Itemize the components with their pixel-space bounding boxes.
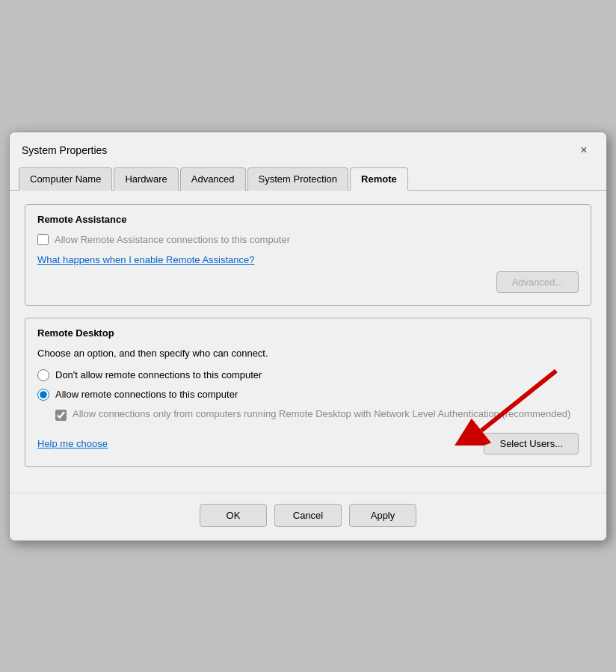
remote-assistance-link[interactable]: What happens when I enable Remote Assist…: [37, 254, 255, 265]
remote-desktop-label: Remote Desktop: [37, 327, 579, 339]
remote-desktop-group: Remote Desktop Choose an option, and the…: [25, 318, 591, 467]
dont-allow-radio[interactable]: [37, 369, 49, 381]
close-button[interactable]: ×: [573, 140, 594, 161]
ok-button[interactable]: OK: [200, 504, 267, 527]
system-properties-dialog: System Properties × Computer Name Hardwa…: [9, 132, 607, 541]
tab-system-protection[interactable]: System Protection: [247, 167, 349, 191]
tab-advanced[interactable]: Advanced: [180, 167, 246, 191]
dialog-footer: OK Cancel Apply: [10, 493, 606, 540]
svg-line-1: [481, 371, 556, 431]
nla-checkbox[interactable]: [55, 410, 67, 421]
cancel-button[interactable]: Cancel: [274, 504, 342, 527]
tabs-bar: Computer Name Hardware Advanced System P…: [10, 161, 606, 191]
remote-assistance-group: Remote Assistance Allow Remote Assistanc…: [25, 204, 591, 306]
help-me-choose-link[interactable]: Help me choose: [37, 438, 108, 449]
allow-remote-assistance-row: Allow Remote Assistance connections to t…: [37, 234, 579, 245]
allow-remote-assistance-text: Allow Remote Assistance connections to t…: [55, 234, 290, 245]
advanced-button[interactable]: Advanced...: [496, 271, 579, 293]
apply-button[interactable]: Apply: [349, 504, 416, 527]
tab-computer-name[interactable]: Computer Name: [19, 167, 112, 191]
dont-allow-label: Don't allow remote connections to this c…: [55, 369, 262, 380]
tab-hardware[interactable]: Hardware: [114, 167, 178, 191]
remote-desktop-desc: Choose an option, and then specify who c…: [37, 348, 579, 359]
dialog-title: System Properties: [22, 144, 107, 156]
allow-remote-assistance-checkbox[interactable]: [37, 234, 49, 245]
remote-assistance-label: Remote Assistance: [37, 214, 579, 225]
allow-label: Allow remote connections to this compute…: [55, 389, 238, 400]
tab-content: Remote Assistance Allow Remote Assistanc…: [10, 191, 606, 493]
title-bar: System Properties ×: [10, 132, 606, 161]
red-arrow-indicator: [437, 363, 571, 446]
allow-radio[interactable]: [37, 389, 49, 401]
tab-remote[interactable]: Remote: [350, 167, 408, 191]
